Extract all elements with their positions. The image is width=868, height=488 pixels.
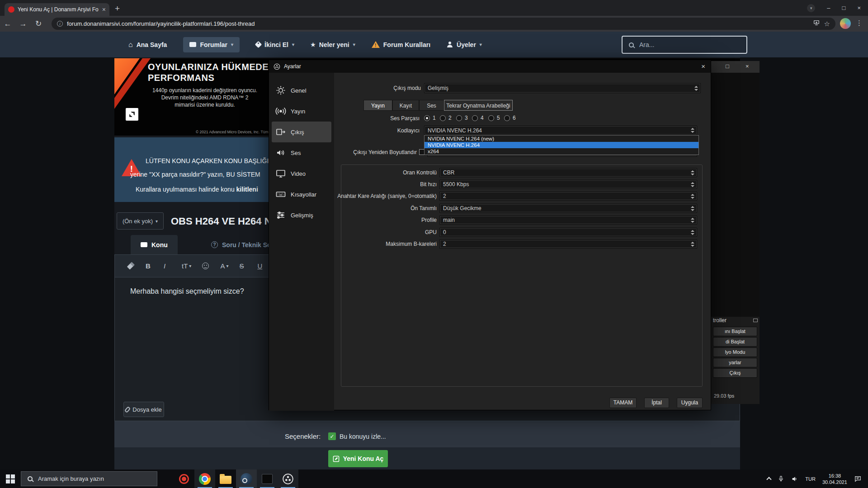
ok-button[interactable]: TAMAM xyxy=(609,398,637,408)
start-button[interactable] xyxy=(0,469,21,488)
back-icon[interactable]: ← xyxy=(0,19,15,28)
nav-forumlar[interactable]: Forumlar ▾ xyxy=(183,37,240,52)
dropdown-option-selected[interactable]: NVIDIA NVENC H.264 xyxy=(425,142,698,148)
radio-icon[interactable] xyxy=(440,115,446,121)
font-size-button[interactable]: tT▾ xyxy=(182,262,191,270)
watch-thread-checkbox[interactable]: ✓ xyxy=(328,432,336,440)
radio-icon[interactable] xyxy=(504,115,510,121)
forward-icon[interactable]: → xyxy=(15,19,31,28)
spinner-arrows-icon[interactable] xyxy=(690,228,695,236)
browser-tab[interactable]: Yeni Konu Aç | Donanım Arşivi Fo × xyxy=(5,3,109,16)
taskbar-dark-app[interactable] xyxy=(257,469,278,488)
underline-button[interactable]: U xyxy=(257,262,264,270)
language-indicator[interactable]: TUR xyxy=(805,476,816,482)
dialog-titlebar[interactable]: Ayarlar × xyxy=(269,60,711,73)
output-mode-combo[interactable]: Gelişmiş xyxy=(424,83,701,93)
dropdown-option[interactable]: NVIDIA NVENC H.264 (new) xyxy=(425,136,698,142)
nav-forum-kurallari[interactable]: Forum Kuralları xyxy=(372,41,430,48)
window-close-button[interactable]: × xyxy=(857,5,861,11)
cancel-button[interactable]: İptal xyxy=(644,398,669,408)
tab-tekrar-oynatma[interactable]: Tekrar Oynatma Arabelleği xyxy=(444,100,513,111)
dock-popout-icon[interactable] xyxy=(753,319,758,322)
tray-expand-icon[interactable] xyxy=(767,477,772,482)
audio-track-5[interactable]: 5 xyxy=(488,115,500,121)
action-center-icon[interactable] xyxy=(854,475,862,483)
spinner-arrows-icon[interactable] xyxy=(690,126,695,135)
tab-kayit[interactable]: Kayıt xyxy=(392,100,419,111)
obs-window-titlebar[interactable]: □ × xyxy=(711,61,760,73)
taskbar-record-app[interactable] xyxy=(174,469,194,488)
address-bar[interactable]: i forum.donanimarsivi.com/forumlar/yayin… xyxy=(52,18,835,30)
radio-icon[interactable] xyxy=(472,115,478,121)
keyint-spinbox[interactable]: 2 xyxy=(439,192,697,201)
prefix-dropdown[interactable]: (Ön ek yok) ▾ xyxy=(117,212,164,230)
spinner-arrows-icon[interactable] xyxy=(690,240,695,248)
browser-menu-icon[interactable]: ⋮ xyxy=(856,19,863,27)
apply-button[interactable]: Uygula xyxy=(677,398,703,408)
taskbar-steam[interactable] xyxy=(236,469,257,488)
dropdown-option[interactable]: x264 xyxy=(425,148,698,155)
spinner-arrows-icon[interactable] xyxy=(690,204,695,212)
nav-ana-sayfa[interactable]: ⌂ Ana Sayfa xyxy=(128,41,167,49)
spinner-arrows-icon[interactable] xyxy=(690,192,695,200)
sidebar-item-video[interactable]: Video xyxy=(272,163,331,184)
new-tab-button[interactable]: + xyxy=(115,4,120,14)
italic-button[interactable]: I xyxy=(164,262,171,270)
audio-track-4[interactable]: 4 xyxy=(472,115,484,121)
nav-uyeler[interactable]: Üyeler ▾ xyxy=(447,41,482,48)
sidebar-item-cikis[interactable]: Çıkış xyxy=(272,122,331,142)
dialog-close-icon[interactable]: × xyxy=(701,62,705,70)
settings-button[interactable]: yarlar xyxy=(713,358,757,367)
nav-ikinci-el[interactable]: İkinci El ▾ xyxy=(256,41,294,48)
studio-mode-button[interactable]: lyo Modu xyxy=(713,347,757,357)
speaker-icon[interactable] xyxy=(791,475,798,483)
sidebar-item-gelismis[interactable]: Gelişmiş xyxy=(272,205,331,225)
audio-track-1[interactable]: 1 xyxy=(424,115,436,121)
audio-track-6[interactable]: 6 xyxy=(504,115,516,121)
emoji-button[interactable] xyxy=(202,263,209,269)
strikethrough-button[interactable]: S xyxy=(239,262,246,270)
microphone-icon[interactable] xyxy=(778,475,784,482)
radio-icon[interactable] xyxy=(456,115,462,121)
tab-yayin[interactable]: Yayın xyxy=(363,100,392,111)
spinner-arrows-icon[interactable] xyxy=(693,84,699,93)
thread-title-input[interactable]: OBS H264 VE H264 NI xyxy=(171,216,274,227)
profile-combo[interactable]: main xyxy=(439,216,697,225)
editor-text[interactable]: Merhaba hangisi seçmeliyim sizce? xyxy=(130,287,244,296)
sidebar-item-genel[interactable]: Genel xyxy=(272,80,331,101)
taskbar-chrome[interactable] xyxy=(194,469,215,488)
obs-maximize-icon[interactable]: □ xyxy=(726,63,729,70)
font-color-button[interactable]: A▾ xyxy=(220,262,228,270)
tray-clock[interactable]: 16:38 30.04.2021 xyxy=(822,473,847,485)
spinner-arrows-icon[interactable] xyxy=(690,216,695,224)
spinner-arrows-icon[interactable] xyxy=(690,180,695,188)
start-recording-button[interactable]: di Başlat xyxy=(713,337,757,347)
page-info-icon[interactable]: i xyxy=(57,21,63,27)
reload-icon[interactable]: ↻ xyxy=(31,19,46,28)
sidebar-item-yayin[interactable]: Yayın xyxy=(272,101,331,122)
taskbar-obs[interactable] xyxy=(278,469,298,488)
exit-button[interactable]: Çıkış xyxy=(713,368,757,378)
tab-ses[interactable]: Ses xyxy=(419,100,444,111)
audio-track-2[interactable]: 2 xyxy=(440,115,452,121)
remove-format-button[interactable] xyxy=(127,264,135,268)
tab-close-icon[interactable]: × xyxy=(102,6,106,13)
start-streaming-button[interactable]: ını Başlat xyxy=(713,327,757,336)
radio-icon[interactable] xyxy=(424,115,430,121)
bframes-spinbox[interactable]: 2 xyxy=(439,239,697,249)
taskbar-search-box[interactable]: Aramak için buraya yazın xyxy=(21,471,157,486)
url-text[interactable]: forum.donanimarsivi.com/forumlar/yayinci… xyxy=(67,20,809,27)
preset-combo[interactable]: Düşük Gecikme xyxy=(439,204,697,213)
obs-close-icon[interactable]: × xyxy=(745,63,749,70)
tab-konu[interactable]: Konu xyxy=(131,235,178,254)
profile-avatar[interactable] xyxy=(840,18,851,29)
window-maximize-button[interactable]: □ xyxy=(842,5,846,11)
forum-search-box[interactable]: Ara... xyxy=(622,36,747,54)
taskbar-explorer[interactable] xyxy=(215,469,236,488)
gpu-spinbox[interactable]: 0 xyxy=(439,228,697,237)
spinner-arrows-icon[interactable] xyxy=(690,169,695,177)
radio-icon[interactable] xyxy=(488,115,494,121)
create-thread-button[interactable]: Yeni Konu Aç xyxy=(328,450,388,467)
window-minimize-button[interactable]: – xyxy=(827,5,830,11)
rate-control-combo[interactable]: CBR xyxy=(439,168,697,177)
